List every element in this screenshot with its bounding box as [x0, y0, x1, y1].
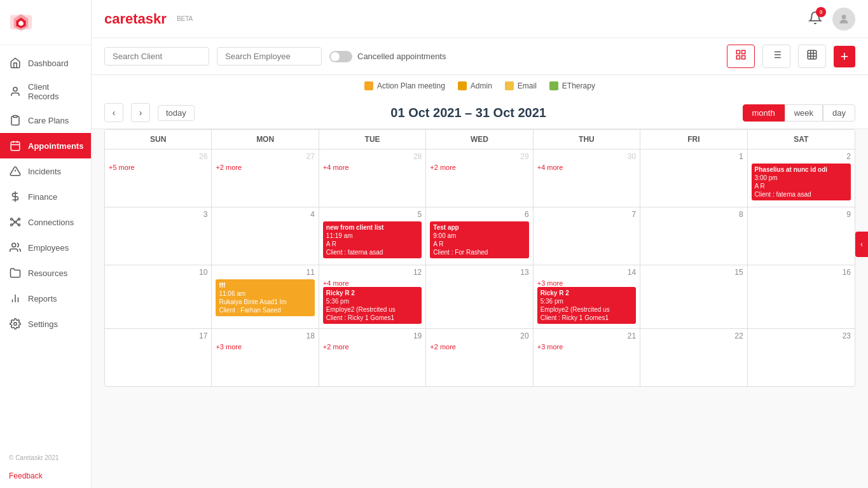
sidebar-item-settings-label: Settings — [28, 319, 58, 329]
brand-beta: BETA — [177, 15, 193, 22]
table-view-button[interactable] — [798, 45, 826, 68]
sidebar-item-dashboard[interactable]: Dashboard — [0, 50, 91, 76]
legend-dot-etherapy — [549, 81, 558, 90]
svg-point-19 — [12, 243, 16, 247]
network-icon — [9, 216, 22, 228]
add-appointment-button[interactable]: + — [834, 46, 855, 67]
next-month-button[interactable]: › — [131, 103, 150, 122]
calendar-title: 01 Oct 2021 – 31 Oct 2021 — [202, 106, 735, 120]
event-fff[interactable]: fff 11:06 am Rukaiya Binte Asad1 Im Clie… — [216, 279, 314, 316]
list-view-button[interactable] — [762, 45, 790, 68]
legend-label-email: Email — [518, 81, 537, 90]
more-link[interactable]: +2 more — [430, 164, 528, 171]
right-panel-toggle[interactable]: ‹ — [855, 232, 868, 257]
cal-cell-oct7: 7 — [534, 207, 640, 265]
more-link[interactable]: +3 more — [216, 343, 314, 351]
sidebar-item-finance[interactable]: Finance — [0, 184, 91, 209]
cal-cell-oct8: 8 — [640, 207, 747, 265]
event-ricky-r2-oct14[interactable]: Ricky R 2 5:36 pm Employe2 (Restrcited u… — [537, 287, 636, 324]
calendar-week-1: 26 +5 more 27 +2 more 28 +4 more 29 +2 m… — [105, 150, 855, 207]
search-client-input[interactable] — [104, 47, 209, 66]
sidebar-item-resources[interactable]: Resources — [0, 260, 91, 286]
cal-cell-oct19: 19 +2 more — [319, 329, 426, 386]
svg-point-10 — [15, 221, 17, 223]
day-header-wed: WED — [426, 130, 533, 149]
sidebar-item-incidents-label: Incidents — [28, 167, 61, 176]
cal-cell-oct5: 5 new from client list 11:19 am A R Clie… — [319, 207, 426, 265]
sidebar-item-client-records[interactable]: Client Records — [0, 76, 91, 108]
sidebar-item-resources-label: Resources — [28, 268, 67, 278]
cal-cell-oct12: 12 +4 more Ricky R 2 5:36 pm Employe2 (R… — [319, 265, 426, 328]
more-link[interactable]: +4 more — [537, 164, 636, 171]
day-header-sun: SUN — [105, 130, 212, 149]
event-ricky-r2-oct12[interactable]: Ricky R 2 5:36 pm Employe2 (Restrcited u… — [323, 287, 422, 324]
alert-icon — [9, 165, 22, 178]
cal-cell-sep29: 29 +2 more — [426, 150, 533, 207]
today-button[interactable]: today — [158, 105, 195, 121]
notification-button[interactable]: 9 — [808, 11, 822, 27]
cal-cell-oct11: 11 fff 11:06 am Rukaiya Binte Asad1 Im C… — [212, 265, 319, 328]
svg-rect-35 — [808, 50, 816, 59]
cal-cell-sep27: 27 +2 more — [212, 150, 319, 207]
cal-cell-oct17: 17 — [105, 329, 212, 386]
day-view-button[interactable]: day — [823, 104, 855, 122]
legend-dot-admin — [458, 81, 467, 90]
cal-cell-oct9: 9 — [748, 207, 855, 265]
more-link[interactable]: +2 more — [430, 343, 528, 351]
day-header-fri: FRI — [640, 130, 747, 149]
feedback-link[interactable]: Feedback — [0, 469, 91, 488]
more-link[interactable]: +5 more — [109, 164, 207, 171]
legend-item-admin: Admin — [458, 81, 492, 90]
more-link[interactable]: +4 more — [323, 164, 422, 171]
sidebar-item-employees[interactable]: Employees — [0, 235, 91, 260]
more-link[interactable]: +2 more — [216, 164, 314, 171]
users-icon — [9, 241, 22, 254]
cal-cell-oct21: 21 +3 more — [534, 329, 640, 386]
svg-rect-2 — [13, 116, 17, 118]
more-link[interactable]: +3 more — [537, 343, 636, 351]
cal-cell-oct20: 20 +2 more — [426, 329, 533, 386]
user-avatar[interactable] — [832, 8, 855, 31]
sidebar-item-employees-label: Employees — [28, 243, 69, 253]
cancelled-appointments-toggle[interactable] — [329, 51, 352, 62]
prev-month-button[interactable]: ‹ — [104, 103, 123, 122]
month-view-button[interactable]: month — [743, 104, 785, 122]
sidebar-footer: © Caretaskr 2021 — [0, 447, 91, 469]
sidebar-item-dashboard-label: Dashboard — [28, 59, 69, 68]
calendar-nav: ‹ › today 01 Oct 2021 – 31 Oct 2021 mont… — [92, 97, 868, 129]
home-icon — [9, 57, 22, 69]
cancelled-appointments-label: Cancelled appointments — [357, 52, 446, 61]
calendar-view-button[interactable] — [727, 45, 755, 68]
svg-point-23 — [14, 323, 17, 326]
event-test-app[interactable]: Test app 9:00 am A R Client : For Rashed — [430, 221, 528, 258]
gear-icon — [9, 317, 22, 330]
sidebar-item-settings[interactable]: Settings — [0, 311, 91, 337]
week-view-button[interactable]: week — [785, 104, 823, 122]
notification-badge: 9 — [816, 7, 826, 17]
search-employee-input[interactable] — [217, 47, 322, 66]
calendar-week-2: 3 4 5 new from client list 11:19 am A R … — [105, 207, 855, 265]
legend-item-etherapy: ETherapy — [549, 81, 595, 90]
legend-label-admin: Admin — [471, 81, 492, 90]
sidebar-item-finance-label: Finance — [28, 192, 57, 202]
cal-cell-oct14: 14 +3 more Ricky R 2 5:36 pm Employe2 (R… — [534, 265, 640, 328]
sidebar-item-care-plans-label: Care Plans — [28, 116, 69, 125]
more-link[interactable]: +2 more — [323, 343, 422, 351]
event-phasellus[interactable]: Phaselius at nunc id odi 3:00 pm A R Cli… — [752, 164, 851, 200]
sidebar-item-appointments[interactable]: Appointments — [0, 133, 91, 158]
sidebar: Dashboard Client Records Care Plans Appo… — [0, 0, 92, 488]
sidebar-item-connections[interactable]: Connections — [0, 209, 91, 235]
svg-line-16 — [17, 220, 18, 222]
sidebar-item-care-plans[interactable]: Care Plans — [0, 108, 91, 133]
logo-area — [0, 0, 91, 45]
more-link[interactable]: +4 more — [323, 279, 422, 287]
event-new-from-client[interactable]: new from client list 11:19 am A R Client… — [323, 221, 422, 258]
calendar-legend: Action Plan meeting Admin Email ETherapy — [92, 75, 868, 97]
svg-point-24 — [842, 15, 846, 19]
sidebar-nav: Dashboard Client Records Care Plans Appo… — [0, 45, 91, 447]
sidebar-item-reports[interactable]: Reports — [0, 286, 91, 311]
svg-line-15 — [13, 220, 15, 222]
sidebar-item-incidents[interactable]: Incidents — [0, 158, 91, 184]
calendar-grid: SUN MON TUE WED THU FRI SAT 26 +5 more 2… — [104, 129, 855, 387]
more-link[interactable]: +3 more — [537, 279, 636, 287]
